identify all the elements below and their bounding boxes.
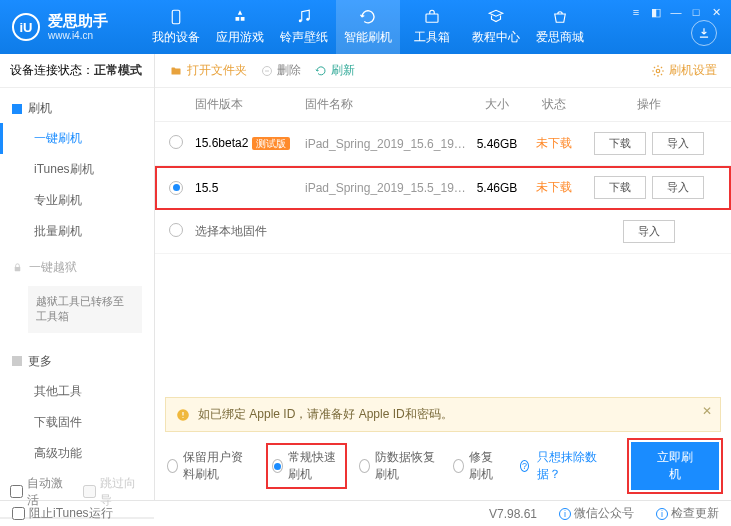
sidebar-head-flash[interactable]: 刷机: [0, 94, 154, 123]
brand-url: www.i4.cn: [48, 30, 108, 41]
nav-apps[interactable]: 应用游戏: [208, 0, 272, 54]
lock-icon: [12, 262, 23, 273]
nav-ringtones[interactable]: 铃声壁纸: [272, 0, 336, 54]
nav-tutorials[interactable]: 教程中心: [464, 0, 528, 54]
sidebar: 设备连接状态：正常模式 刷机 一键刷机 iTunes刷机 专业刷机 批量刷机 一…: [0, 54, 155, 500]
sidebar-item-download-fw[interactable]: 下载固件: [0, 407, 154, 438]
svg-rect-0: [172, 10, 180, 24]
skin-icon[interactable]: ◧: [649, 6, 663, 18]
wechat-link[interactable]: i微信公众号: [559, 505, 634, 522]
erase-only-link[interactable]: ?只想抹除数据？: [520, 449, 599, 483]
open-folder-button[interactable]: 打开文件夹: [169, 62, 247, 79]
download-manager-icon[interactable]: [691, 20, 717, 46]
svg-rect-4: [15, 267, 21, 271]
flash-modes: 保留用户资料刷机 常规快速刷机 防数据恢复刷机 修复刷机 ?只想抹除数据？ 立即…: [155, 432, 731, 500]
nav-flash[interactable]: 智能刷机: [336, 0, 400, 54]
titlebar: iU 爱思助手 www.i4.cn 我的设备 应用游戏 铃声壁纸 智能刷机 工具…: [0, 0, 731, 54]
folder-icon: [169, 65, 183, 77]
sidebar-item-oneclick[interactable]: 一键刷机: [0, 123, 154, 154]
nav-toolbox[interactable]: 工具箱: [400, 0, 464, 54]
sidebar-item-pro[interactable]: 专业刷机: [0, 185, 154, 216]
table-header: 固件版本 固件名称 大小 状态 操作: [155, 88, 731, 122]
flash-now-button[interactable]: 立即刷机: [631, 442, 719, 490]
close-icon[interactable]: ✕: [709, 6, 723, 18]
auto-activate-checkbox[interactable]: 自动激活: [10, 475, 71, 509]
menu-icon[interactable]: ≡: [629, 6, 643, 18]
radio[interactable]: [169, 181, 183, 195]
sidebar-item-other[interactable]: 其他工具: [0, 376, 154, 407]
svg-point-7: [656, 69, 660, 73]
sidebar-head-jailbreak: 一键越狱: [0, 253, 154, 282]
delete-icon: [261, 65, 273, 77]
import-button[interactable]: 导入: [652, 176, 704, 199]
nav-my-device[interactable]: 我的设备: [144, 0, 208, 54]
toolbar: 打开文件夹 删除 刷新 刷机设置: [155, 54, 731, 88]
minimize-icon[interactable]: —: [669, 6, 683, 18]
download-button[interactable]: 下载: [594, 132, 646, 155]
delete-button[interactable]: 删除: [261, 62, 301, 79]
maximize-icon[interactable]: □: [689, 6, 703, 18]
beta-tag: 测试版: [252, 137, 290, 150]
firmware-row[interactable]: 15.5 iPad_Spring_2019_15.5_19F77_Restore…: [155, 166, 731, 210]
radio[interactable]: [169, 223, 183, 237]
refresh-icon: [315, 65, 327, 77]
radio[interactable]: [169, 135, 183, 149]
alert-close-icon[interactable]: ✕: [702, 404, 712, 418]
logo-icon: iU: [12, 13, 40, 41]
main-panel: 打开文件夹 删除 刷新 刷机设置 固件版本 固件名称 大小 状态 操作 15.6…: [155, 54, 731, 500]
refresh-button[interactable]: 刷新: [315, 62, 355, 79]
logo: iU 爱思助手 www.i4.cn: [0, 13, 120, 41]
flash-settings-button[interactable]: 刷机设置: [651, 62, 717, 79]
svg-point-2: [306, 18, 309, 21]
appleid-alert: 如已绑定 Apple ID，请准备好 Apple ID和密码。 ✕: [165, 397, 721, 432]
mode-keep-data[interactable]: 保留用户资料刷机: [167, 449, 254, 483]
local-firmware-row[interactable]: 选择本地固件 导入: [155, 210, 731, 254]
brand-name: 爱思助手: [48, 13, 108, 30]
skip-guide-checkbox[interactable]: 跳过向导: [83, 475, 144, 509]
block-itunes-checkbox[interactable]: 阻止iTunes运行: [12, 505, 113, 522]
gear-icon: [651, 64, 665, 78]
warning-icon: [176, 408, 190, 422]
sidebar-item-itunes[interactable]: iTunes刷机: [0, 154, 154, 185]
sidebar-item-batch[interactable]: 批量刷机: [0, 216, 154, 247]
check-update-link[interactable]: i检查更新: [656, 505, 719, 522]
import-button[interactable]: 导入: [623, 220, 675, 243]
sidebar-item-advanced[interactable]: 高级功能: [0, 438, 154, 469]
jailbreak-note: 越狱工具已转移至工具箱: [28, 286, 142, 333]
firmware-row[interactable]: 15.6beta2测试版 iPad_Spring_2019_15.6_19G50…: [155, 122, 731, 166]
download-button[interactable]: 下载: [594, 176, 646, 199]
nav-store[interactable]: 爱思商城: [528, 0, 592, 54]
sidebar-head-more[interactable]: 更多: [0, 347, 154, 376]
mode-anti-recovery[interactable]: 防数据恢复刷机: [359, 449, 437, 483]
connection-status: 设备连接状态：正常模式: [0, 54, 154, 88]
svg-point-1: [299, 19, 302, 22]
version-label: V7.98.61: [489, 507, 537, 521]
svg-rect-3: [426, 14, 438, 22]
import-button[interactable]: 导入: [652, 132, 704, 155]
main-nav: 我的设备 应用游戏 铃声壁纸 智能刷机 工具箱 教程中心 爱思商城: [144, 0, 592, 54]
mode-quick[interactable]: 常规快速刷机: [270, 447, 343, 485]
mode-repair[interactable]: 修复刷机: [453, 449, 504, 483]
window-controls: ≡ ◧ — □ ✕: [629, 6, 723, 18]
